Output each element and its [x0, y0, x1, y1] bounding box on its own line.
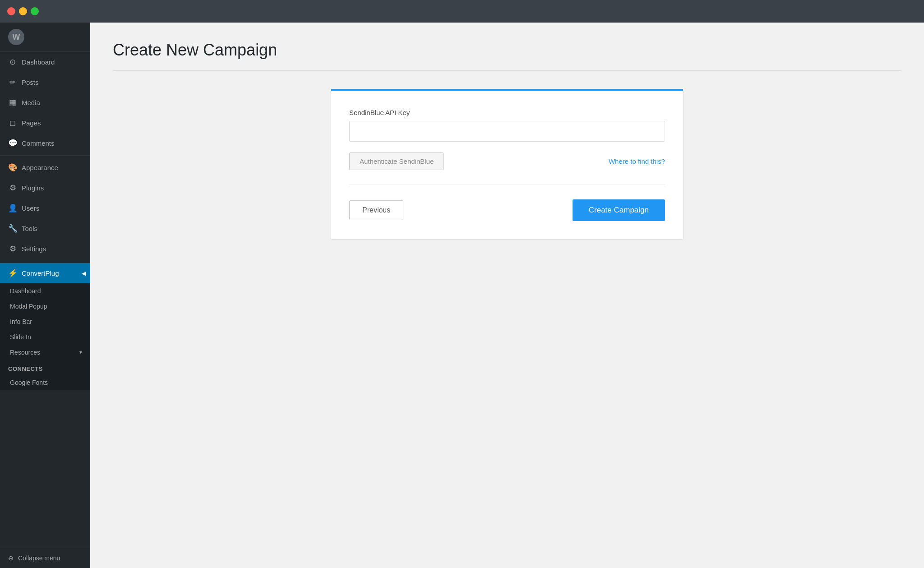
- main-content: Create New Campaign SendinBlue API Key A…: [90, 23, 924, 568]
- api-key-input[interactable]: [349, 121, 665, 142]
- media-icon: ▦: [8, 98, 17, 107]
- sidebar-item-label: Dashboard: [22, 58, 55, 66]
- sub-menu-item-dashboard[interactable]: Dashboard: [0, 283, 90, 299]
- users-icon: 👤: [8, 203, 17, 213]
- previous-button[interactable]: Previous: [349, 200, 403, 220]
- sidebar-item-label: Users: [22, 204, 39, 212]
- sidebar-item-posts[interactable]: ✏ Posts: [0, 72, 90, 92]
- card-footer: Previous Create Campaign: [349, 199, 665, 221]
- card-divider: [349, 185, 665, 185]
- titlebar: [0, 0, 924, 23]
- find-link[interactable]: Where to find this?: [609, 157, 665, 165]
- sidebar-item-label: Pages: [22, 119, 41, 127]
- sidebar-nav: ⊙ Dashboard ✏ Posts ▦ Media ◻ Pages 💬 Co…: [0, 52, 90, 548]
- collapse-menu-button[interactable]: ⊖ Collapse menu: [0, 548, 90, 568]
- tools-icon: 🔧: [8, 224, 17, 233]
- posts-icon: ✏: [8, 78, 17, 87]
- page-divider: [113, 70, 901, 71]
- sidebar: W ⊙ Dashboard ✏ Posts ▦ Media ◻ Pages 💬 …: [0, 23, 90, 568]
- sidebar-item-label: Plugins: [22, 184, 44, 192]
- sidebar-item-label: ConvertPlug: [22, 269, 59, 277]
- page-title: Create New Campaign: [113, 41, 901, 60]
- convertplug-icon: ⚡: [8, 268, 17, 278]
- convertplug-submenu: Dashboard Modal Popup Info Bar Slide In …: [0, 283, 90, 390]
- sidebar-item-convertplug[interactable]: ⚡ ConvertPlug: [0, 263, 90, 283]
- wordpress-icon: W: [8, 29, 24, 45]
- sidebar-item-label: Appearance: [22, 164, 58, 171]
- card-top-actions: Authenticate SendinBlue Where to find th…: [349, 152, 665, 170]
- sub-menu-item-resources[interactable]: Resources: [0, 345, 90, 360]
- sub-menu-item-slide-in[interactable]: Slide In: [0, 329, 90, 345]
- sidebar-item-label: Media: [22, 99, 40, 106]
- collapse-icon: ⊖: [8, 554, 14, 562]
- sidebar-item-tools[interactable]: 🔧 Tools: [0, 218, 90, 239]
- sidebar-item-dashboard[interactable]: ⊙ Dashboard: [0, 52, 90, 72]
- sidebar-item-media[interactable]: ▦ Media: [0, 92, 90, 113]
- sidebar-item-plugins[interactable]: ⚙ Plugins: [0, 178, 90, 198]
- campaign-card: SendinBlue API Key Authenticate SendinBl…: [331, 89, 683, 239]
- sidebar-item-label: Posts: [22, 79, 39, 86]
- sidebar-item-comments[interactable]: 💬 Comments: [0, 133, 90, 153]
- connects-label: Connects: [0, 360, 90, 375]
- sub-menu-item-modal-popup[interactable]: Modal Popup: [0, 299, 90, 314]
- appearance-icon: 🎨: [8, 163, 17, 172]
- sidebar-logo: W: [0, 23, 90, 52]
- minimize-button[interactable]: [19, 7, 27, 15]
- collapse-label: Collapse menu: [18, 554, 60, 562]
- sidebar-item-appearance[interactable]: 🎨 Appearance: [0, 157, 90, 178]
- api-key-label: SendinBlue API Key: [349, 109, 665, 116]
- app-layout: W ⊙ Dashboard ✏ Posts ▦ Media ◻ Pages 💬 …: [0, 23, 924, 568]
- authenticate-button[interactable]: Authenticate SendinBlue: [349, 152, 444, 170]
- create-campaign-button[interactable]: Create Campaign: [573, 199, 665, 221]
- maximize-button[interactable]: [31, 7, 39, 15]
- sidebar-item-pages[interactable]: ◻ Pages: [0, 113, 90, 133]
- dashboard-icon: ⊙: [8, 57, 17, 67]
- plugins-icon: ⚙: [8, 183, 17, 193]
- sidebar-item-label: Tools: [22, 225, 37, 232]
- sidebar-item-settings[interactable]: ⚙ Settings: [0, 239, 90, 259]
- sub-menu-item-google-fonts[interactable]: Google Fonts: [0, 375, 90, 390]
- divider: [0, 155, 90, 156]
- comments-icon: 💬: [8, 139, 17, 148]
- sidebar-item-label: Settings: [22, 245, 46, 253]
- settings-icon: ⚙: [8, 244, 17, 254]
- sidebar-item-label: Comments: [22, 139, 55, 147]
- close-button[interactable]: [7, 7, 15, 15]
- sub-menu-item-info-bar[interactable]: Info Bar: [0, 314, 90, 329]
- divider: [0, 261, 90, 261]
- pages-icon: ◻: [8, 118, 17, 128]
- sidebar-item-users[interactable]: 👤 Users: [0, 198, 90, 218]
